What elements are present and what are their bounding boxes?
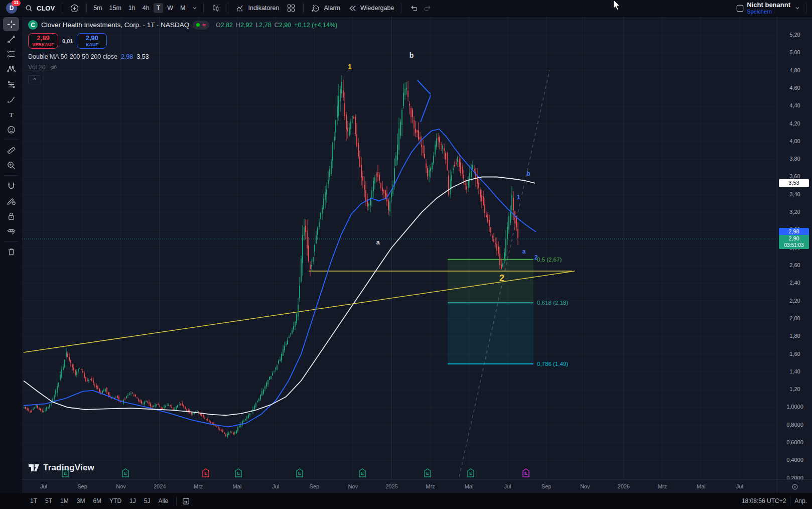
wave-label[interactable]: a <box>376 238 380 246</box>
price-tick: 5,20 <box>777 32 812 38</box>
clock-timezone[interactable]: 18:08:56 UTC+2 <box>742 497 786 504</box>
legend-collapse-button[interactable]: ^ <box>28 75 41 84</box>
interval-t[interactable]: T <box>154 3 164 13</box>
interval-w[interactable]: W <box>164 3 176 13</box>
grid-layout-icon <box>286 3 296 13</box>
tool-lock-all[interactable] <box>3 209 19 223</box>
tool-fib-retracement[interactable] <box>3 47 19 61</box>
indicators-button[interactable]: Indikatoren <box>232 2 283 15</box>
axis-settings-corner[interactable] <box>777 479 812 493</box>
ma200-price-label: 3,53 <box>779 179 809 187</box>
add-symbol-button[interactable] <box>66 2 83 15</box>
tool-xabcd-pattern[interactable] <box>3 62 19 76</box>
alert-label: Alarm <box>324 5 340 12</box>
earnings-badge[interactable]: E <box>235 468 242 477</box>
save-cloud-icon[interactable] <box>735 3 745 13</box>
earnings-badge[interactable]: E <box>467 468 474 477</box>
buy-button[interactable]: 2,90 KAUF <box>77 33 107 49</box>
earnings-badge[interactable]: E <box>122 468 129 477</box>
range-1m[interactable]: 1M <box>57 496 72 506</box>
svg-text:E: E <box>361 471 364 476</box>
interval-1h[interactable]: 1h <box>125 3 139 13</box>
layout-save[interactable]: Nicht benannt Speichern <box>747 2 790 15</box>
range-ytd[interactable]: YTD <box>106 496 124 506</box>
range-1j[interactable]: 1J <box>126 496 139 506</box>
tool-zoom-in[interactable] <box>3 158 19 172</box>
fib-retracement-icon <box>7 50 16 59</box>
price-axis[interactable]: 5,205,004,804,604,404,204,003,803,603,40… <box>777 16 812 479</box>
tool-long-position[interactable] <box>3 77 19 91</box>
redo-button[interactable] <box>419 2 436 15</box>
tool-drawing-lock[interactable] <box>3 194 19 208</box>
interval-m[interactable]: M <box>177 3 188 13</box>
interval-5m[interactable]: 5m <box>90 3 105 13</box>
interval-4h[interactable]: 4h <box>140 3 153 13</box>
price-tick: 1,80 <box>777 333 812 339</box>
tradingview-logo[interactable]: TradingView <box>29 463 94 473</box>
save-link[interactable]: Speichern <box>747 9 772 15</box>
indicators-icon <box>235 3 245 13</box>
time-tick: Nov <box>116 483 126 489</box>
wave-label[interactable]: 2 <box>499 273 504 283</box>
divider <box>86 3 87 13</box>
time-tick: Jul <box>504 483 511 489</box>
adjust-toggle[interactable]: Anp. <box>794 497 807 504</box>
divider <box>806 3 806 13</box>
gear-icon[interactable] <box>791 483 798 490</box>
tool-remove-drawings[interactable] <box>3 244 19 259</box>
tool-emoji[interactable] <box>3 122 19 137</box>
tool-magnet[interactable] <box>3 179 19 193</box>
sell-button[interactable]: 2,89 VERKAUF <box>28 33 58 49</box>
indicator-templates-button[interactable] <box>283 2 300 15</box>
tool-brush[interactable] <box>3 92 19 106</box>
time-axis[interactable]: JulSepNov2024MrzMaiJulSepNov2025MrzMaiJu… <box>22 479 777 493</box>
last-price-label: 2,9003:51:03 <box>779 235 809 249</box>
earnings-badge[interactable]: E <box>522 468 529 477</box>
range-alle[interactable]: Alle <box>155 496 171 506</box>
indicator-legend[interactable]: Double MA 50-200 50 200 close 2,98 3,53 <box>28 53 337 60</box>
time-tick: Mai <box>697 483 706 489</box>
earnings-badge[interactable]: E <box>202 468 209 477</box>
time-tick: Sep <box>77 483 87 489</box>
wave-label[interactable]: 1 <box>348 62 352 71</box>
range-5t[interactable]: 5T <box>42 496 55 506</box>
symbol-search-button[interactable]: CLOV <box>20 2 58 15</box>
chevron-down-icon[interactable] <box>190 3 200 13</box>
symbol-logo[interactable]: C <box>28 20 38 30</box>
symbol-title[interactable]: Clover Health Investments, Corp. · 1T · … <box>41 21 189 29</box>
tool-ruler[interactable] <box>3 143 19 157</box>
wave-label[interactable]: 2 <box>534 254 538 261</box>
wave-label[interactable]: b <box>526 170 530 177</box>
wave-label[interactable]: b <box>410 51 414 59</box>
tool-crosshair[interactable] <box>3 17 19 31</box>
divider <box>4 140 18 140</box>
buy-label: KAUF <box>77 42 106 47</box>
range-3m[interactable]: 3M <box>74 496 88 506</box>
chart-style-button[interactable] <box>207 2 224 15</box>
tool-text[interactable]: T <box>3 107 19 121</box>
earnings-badge[interactable]: E <box>359 468 366 477</box>
replay-button[interactable]: Wiedergabe <box>344 2 397 15</box>
wave-label[interactable]: 1 <box>517 194 520 201</box>
alert-button[interactable]: Alarm <box>307 2 344 15</box>
volume-legend[interactable]: Vol 20 <box>28 63 337 71</box>
user-avatar[interactable]: D 11 <box>6 3 17 14</box>
range-1t[interactable]: 1T <box>27 496 40 506</box>
interval-15m[interactable]: 15m <box>106 3 124 13</box>
text-icon: T <box>7 110 16 119</box>
tool-trend-line[interactable] <box>3 32 19 46</box>
market-status-pill[interactable]: ≈ <box>193 21 209 30</box>
goto-date-icon[interactable] <box>181 496 191 506</box>
tool-hide-drawings[interactable] <box>3 224 19 238</box>
price-tick: 0,6000 <box>777 439 812 445</box>
chevron-down-icon[interactable] <box>792 3 802 13</box>
earnings-badge[interactable]: E <box>424 468 431 477</box>
chart-canvas[interactable]: 0,5 (2,67)0,618 (2,18)0,786 (1,49)1ba2b1… <box>22 16 777 479</box>
time-tick: Mai <box>232 483 241 489</box>
range-5j[interactable]: 5J <box>141 496 154 506</box>
earnings-badge[interactable]: E <box>296 468 303 477</box>
chart-pane[interactable]: 0,5 (2,67)0,618 (2,18)0,786 (1,49)1ba2b1… <box>22 16 777 479</box>
trend-line-icon <box>7 35 16 44</box>
wave-label[interactable]: a <box>522 248 526 255</box>
range-6m[interactable]: 6M <box>90 496 104 506</box>
